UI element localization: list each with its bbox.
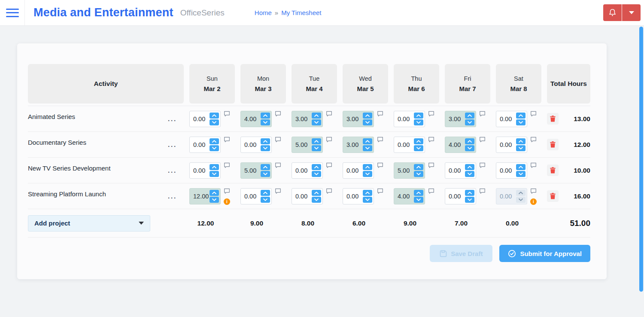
comment-icon[interactable]: [530, 162, 537, 168]
hours-input[interactable]: [343, 163, 363, 178]
decrement-button[interactable]: [363, 171, 372, 177]
decrement-button[interactable]: [516, 119, 526, 125]
decrement-button[interactable]: [414, 119, 423, 125]
decrement-button[interactable]: [363, 197, 372, 203]
save-draft-button[interactable]: Save Draft: [430, 245, 492, 262]
comment-icon[interactable]: [530, 137, 537, 143]
increment-button[interactable]: [414, 190, 423, 196]
decrement-button[interactable]: [465, 145, 474, 151]
increment-button[interactable]: [414, 138, 423, 144]
comment-icon[interactable]: [428, 111, 434, 117]
hours-input[interactable]: [241, 163, 261, 178]
hours-input[interactable]: [496, 137, 516, 152]
increment-button[interactable]: [210, 190, 219, 196]
increment-button[interactable]: [465, 113, 474, 119]
hours-input[interactable]: [343, 189, 363, 204]
hours-input[interactable]: [241, 137, 261, 152]
delete-row-button[interactable]: [547, 139, 559, 150]
comment-icon[interactable]: [275, 188, 281, 194]
comment-icon[interactable]: [224, 162, 230, 168]
comment-icon[interactable]: [479, 111, 486, 117]
decrement-button[interactable]: [516, 145, 526, 151]
comment-icon[interactable]: [530, 188, 537, 194]
hours-input[interactable]: [190, 137, 210, 152]
menu-icon[interactable]: [6, 8, 19, 18]
hours-input[interactable]: [292, 137, 312, 152]
user-menu-button[interactable]: [622, 4, 641, 21]
hours-input[interactable]: [190, 189, 210, 204]
increment-button[interactable]: [312, 113, 321, 119]
decrement-button[interactable]: [414, 145, 423, 151]
hours-input[interactable]: [445, 137, 465, 152]
row-menu-button[interactable]: ···: [168, 168, 177, 176]
decrement-button[interactable]: [210, 145, 219, 151]
hours-input[interactable]: [241, 111, 261, 127]
hours-input[interactable]: [496, 111, 516, 127]
increment-button[interactable]: [516, 190, 526, 196]
increment-button[interactable]: [516, 138, 526, 144]
increment-button[interactable]: [312, 138, 321, 144]
hours-input[interactable]: [292, 163, 312, 178]
comment-icon[interactable]: [479, 137, 486, 143]
comment-icon[interactable]: [479, 188, 486, 194]
decrement-button[interactable]: [312, 145, 321, 151]
hours-input[interactable]: [394, 137, 414, 152]
comment-icon[interactable]: [224, 137, 230, 143]
comment-icon[interactable]: [326, 162, 332, 168]
increment-button[interactable]: [261, 113, 270, 119]
increment-button[interactable]: [363, 164, 372, 170]
decrement-button[interactable]: [261, 171, 270, 177]
comment-icon[interactable]: [275, 137, 281, 143]
increment-button[interactable]: [210, 164, 219, 170]
hours-input[interactable]: [394, 163, 414, 178]
comment-icon[interactable]: [224, 111, 230, 117]
increment-button[interactable]: [210, 113, 219, 119]
comment-icon[interactable]: [377, 111, 383, 117]
comment-icon[interactable]: [377, 162, 383, 168]
hours-input[interactable]: [292, 189, 312, 204]
increment-button[interactable]: [465, 138, 474, 144]
decrement-button[interactable]: [516, 197, 526, 203]
increment-button[interactable]: [210, 138, 219, 144]
increment-button[interactable]: [261, 164, 270, 170]
row-menu-button[interactable]: ···: [168, 143, 177, 150]
submit-for-approval-button[interactable]: Submit for Approval: [499, 245, 590, 262]
decrement-button[interactable]: [363, 119, 372, 125]
decrement-button[interactable]: [465, 197, 474, 203]
comment-icon[interactable]: [326, 137, 332, 143]
increment-button[interactable]: [363, 138, 372, 144]
decrement-button[interactable]: [414, 197, 423, 203]
decrement-button[interactable]: [210, 119, 219, 125]
comment-icon[interactable]: [479, 162, 486, 168]
decrement-button[interactable]: [312, 171, 321, 177]
increment-button[interactable]: [363, 113, 372, 119]
hours-input[interactable]: [292, 111, 312, 127]
row-menu-button[interactable]: ···: [168, 194, 177, 201]
comment-icon[interactable]: [530, 111, 537, 117]
breadcrumb-home-link[interactable]: Home: [255, 9, 272, 16]
hours-input[interactable]: [394, 189, 414, 204]
decrement-button[interactable]: [261, 145, 270, 151]
comment-icon[interactable]: [377, 137, 383, 143]
hours-input[interactable]: [343, 137, 363, 152]
decrement-button[interactable]: [363, 145, 372, 151]
increment-button[interactable]: [465, 190, 474, 196]
decrement-button[interactable]: [312, 119, 321, 125]
decrement-button[interactable]: [261, 119, 270, 125]
delete-row-button[interactable]: [547, 190, 559, 202]
hours-input[interactable]: [496, 163, 516, 178]
hours-input[interactable]: [445, 189, 465, 204]
delete-row-button[interactable]: [547, 113, 559, 125]
increment-button[interactable]: [261, 190, 270, 196]
decrement-button[interactable]: [261, 197, 270, 203]
comment-icon[interactable]: [275, 111, 281, 117]
hours-input[interactable]: [496, 189, 516, 204]
vertical-scrollbar[interactable]: [639, 27, 643, 292]
hours-input[interactable]: [445, 163, 465, 178]
increment-button[interactable]: [516, 113, 526, 119]
comment-icon[interactable]: [428, 137, 434, 143]
decrement-button[interactable]: [465, 119, 474, 125]
decrement-button[interactable]: [312, 197, 321, 203]
hours-input[interactable]: [241, 189, 261, 204]
comment-icon[interactable]: [224, 188, 230, 194]
